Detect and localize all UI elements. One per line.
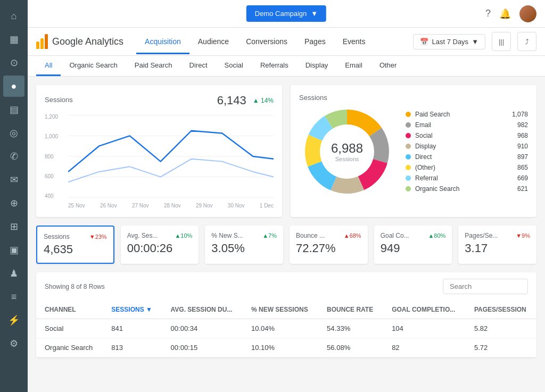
subnav-organic[interactable]: Organic Search <box>61 56 126 76</box>
metric-new-sessions[interactable]: % New S... ▲7% 3.05% <box>205 226 283 264</box>
sidebar-settings2-icon[interactable]: ◎ <box>3 122 24 144</box>
subnav-referrals[interactable]: Referrals <box>252 56 297 76</box>
legend-dot-direct <box>406 154 411 160</box>
col-channel[interactable]: CHANNEL <box>36 301 103 319</box>
date-range-label: Last 7 Days <box>432 38 468 46</box>
sidebar-gear-icon[interactable]: ⚙ <box>3 333 24 354</box>
col-bounce-rate[interactable]: BOUNCE RATE <box>318 301 383 319</box>
col-new-sessions[interactable]: % NEW SESSIONS <box>243 301 318 319</box>
subnav-social[interactable]: Social <box>216 56 252 76</box>
metric-avg-session-badge: ▲10% <box>175 232 192 239</box>
sessions-chart-title: Sessions <box>45 96 73 104</box>
cell-bounce-1: 56.08% <box>318 338 383 357</box>
metric-bounce-header: Bounce ... ▲68% <box>296 232 361 239</box>
y-label-1200: 1,200 <box>45 114 64 120</box>
legend-value-display: 910 <box>517 143 528 150</box>
sidebar-report-icon[interactable]: ▣ <box>3 239 24 261</box>
legend-value-direct: 897 <box>517 153 528 161</box>
campaign-button[interactable]: Demo Campaign ▼ <box>246 5 326 22</box>
metric-sessions[interactable]: Sessions ▼23% 4,635 <box>36 226 114 264</box>
sessions-chart-header: Sessions 6,143 ▲ 14% <box>45 94 274 107</box>
metric-bounce-title: Bounce ... <box>296 232 325 239</box>
metric-pages-session[interactable]: Pages/Se... ▼9% 3.17 <box>458 226 536 264</box>
metric-new-sessions-value: 3.05% <box>211 241 277 255</box>
topbar: Demo Campaign ▼ ? 🔔 <box>28 0 545 28</box>
table-row[interactable]: Social 841 00:00:34 10.04% 54.33% 104 5.… <box>36 319 536 338</box>
sidebar-location-icon[interactable]: ⊕ <box>3 193 24 214</box>
metric-avg-session[interactable]: Avg. Ses... ▲10% 00:00:26 <box>121 226 199 264</box>
sidebar-user-icon[interactable]: ♟ <box>3 263 24 284</box>
nav-pages[interactable]: Pages <box>296 29 334 54</box>
metric-goal-title: Goal Co... <box>381 232 409 239</box>
sidebar-home-icon[interactable]: ⌂ <box>3 5 24 27</box>
sidebar-mail-icon[interactable]: ✉ <box>3 169 24 190</box>
legend-label-referral: Referral <box>415 174 438 182</box>
cell-channel-1: Organic Search <box>36 338 103 357</box>
metric-sessions-value: 4,635 <box>44 243 107 256</box>
columns-icon-button[interactable]: ||| <box>492 32 511 51</box>
legend-label-paid-search: Paid Search <box>415 111 450 118</box>
metric-bounce-value: 72.27% <box>296 241 361 255</box>
subnav-direct[interactable]: Direct <box>181 56 216 76</box>
sessions-donut-chart-card: Sessions <box>291 85 536 217</box>
logo-area: Google Analytics <box>36 34 123 49</box>
legend-value-paid-search: 1,078 <box>512 111 528 118</box>
legend-value-organic: 621 <box>517 185 528 193</box>
legend-dot-paid-search <box>406 112 411 117</box>
sessions-chart-svg-container: 25 Nov 26 Nov 27 Nov 28 Nov 29 Nov 30 No… <box>68 114 274 208</box>
nav-events[interactable]: Events <box>334 29 374 54</box>
logo-bar1 <box>36 41 39 49</box>
subnav-paid[interactable]: Paid Search <box>126 56 181 76</box>
y-label-400: 400 <box>45 193 64 199</box>
help-icon[interactable]: ? <box>485 8 491 19</box>
avatar[interactable] <box>519 5 536 22</box>
sidebar-lightning-icon[interactable]: ⚡ <box>3 310 24 331</box>
cell-duration-0: 00:00:34 <box>162 319 243 338</box>
sidebar-cart-icon[interactable]: ⊞ <box>3 216 24 237</box>
subnav-email[interactable]: Email <box>336 56 371 76</box>
avatar-image <box>519 5 536 22</box>
subnav-all[interactable]: All <box>36 56 61 76</box>
sidebar-search-icon[interactable]: ⊙ <box>3 52 24 73</box>
table-row[interactable]: Organic Search 813 00:00:15 10.10% 56.08… <box>36 338 536 357</box>
col-avg-duration[interactable]: AVG. SESSION DU... <box>162 301 243 319</box>
metric-avg-session-value: 00:00:26 <box>127 241 193 255</box>
sidebar-phone-icon[interactable]: ✆ <box>3 146 24 167</box>
donut-legend: Paid Search 1,078 Email 982 <box>406 109 528 194</box>
sidebar-active-icon[interactable]: ● <box>3 76 24 97</box>
y-label-1000: 1,000 <box>45 134 64 139</box>
col-goal-completions[interactable]: GOAL COMPLETIO... <box>383 301 466 319</box>
x-label-1dec: 1 Dec <box>260 203 274 208</box>
share-icon-button[interactable]: ⤴ <box>517 32 536 51</box>
cell-goal-1: 82 <box>383 338 466 357</box>
subnav-other[interactable]: Other <box>371 56 406 76</box>
metric-goal-completions[interactable]: Goal Co... ▲80% 949 <box>374 226 452 264</box>
main-area: Demo Campaign ▼ ? 🔔 Google Analytics Acq <box>28 0 545 392</box>
metric-bounce-rate[interactable]: Bounce ... ▲68% 72.27% <box>290 226 368 264</box>
table-search-input[interactable] <box>443 279 528 294</box>
nav-acquisition[interactable]: Acquisition <box>136 29 189 54</box>
subnav-display[interactable]: Display <box>297 56 337 76</box>
col-pages-session[interactable]: PAGES/SESSION <box>466 301 536 319</box>
col-sessions[interactable]: SESSIONS ▼ <box>103 301 162 319</box>
legend-label-organic: Organic Search <box>415 185 459 193</box>
x-label-29nov: 29 Nov <box>196 203 213 208</box>
nav-audience[interactable]: Audience <box>189 29 237 54</box>
date-dropdown-icon: ▼ <box>472 38 478 46</box>
legend-dot-social <box>406 133 411 138</box>
metrics-row: Sessions ▼23% 4,635 Avg. Ses... ▲10% 00:… <box>36 226 536 264</box>
sidebar-chat-icon[interactable]: ▤ <box>3 99 24 120</box>
table-head: CHANNEL SESSIONS ▼ AVG. SESSION DU... % … <box>36 301 536 319</box>
metric-new-sessions-header: % New S... ▲7% <box>211 232 277 239</box>
legend-social: Social 968 <box>406 130 528 141</box>
cell-newsess-1: 10.10% <box>243 338 318 357</box>
sidebar-analytics-icon[interactable]: ▦ <box>3 29 24 50</box>
sidebar-list-icon[interactable]: ≡ <box>3 286 24 307</box>
nav-conversions[interactable]: Conversions <box>237 29 296 54</box>
cell-channel-0: Social <box>36 319 103 338</box>
campaign-arrow-icon: ▼ <box>311 10 318 18</box>
sessions-line-svg <box>68 114 274 199</box>
main-nav: Acquisition Audience Conversions Pages E… <box>136 29 400 54</box>
date-range-button[interactable]: 📅 Last 7 Days ▼ <box>413 34 485 49</box>
bell-icon[interactable]: 🔔 <box>499 8 511 20</box>
